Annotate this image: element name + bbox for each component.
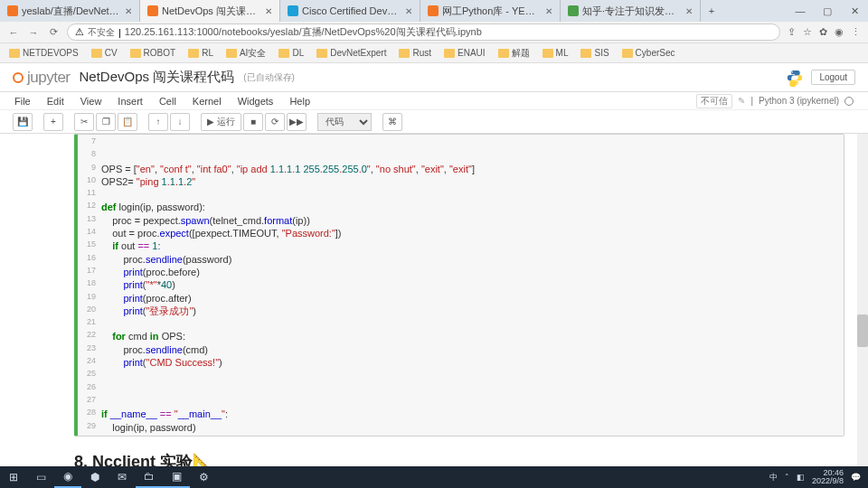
teams-task[interactable]: ⬢	[81, 466, 108, 488]
code-input[interactable]: 7 8 9OPS = ["en", "conf t", "int fa0", "…	[74, 134, 844, 436]
bookmark-item[interactable]: 解题	[498, 47, 530, 60]
bookmark-item[interactable]: SIS	[580, 48, 609, 58]
back-button[interactable]: ←	[7, 27, 20, 38]
logout-button[interactable]: Logout	[811, 70, 855, 85]
menu-kernel[interactable]: Kernel	[193, 96, 222, 107]
browser-tab[interactable]: NetDevOps 闯关课程代码 - Ju✕	[140, 0, 280, 22]
move-up-button[interactable]: ↑	[148, 113, 168, 131]
scroll-thumb[interactable]	[857, 314, 868, 347]
browser-tab[interactable]: 网工Python库 - YESLAB超级实✕	[420, 0, 561, 22]
menu-edit[interactable]: Edit	[47, 96, 64, 107]
notebook-name[interactable]: NetDevOps 闯关课程代码	[80, 69, 235, 86]
close-tab-icon[interactable]: ✕	[125, 6, 132, 16]
security-label: 不安全	[88, 26, 115, 39]
cut-button[interactable]: ✂	[74, 113, 94, 131]
chrome-task[interactable]: ◉	[54, 466, 81, 488]
notebook-area[interactable]: 7 8 9OPS = ["en", "conf t", "int fa0", "…	[0, 134, 857, 466]
task-view-button[interactable]: ▭	[27, 466, 54, 488]
folder-icon	[226, 49, 237, 58]
folder-icon	[498, 49, 509, 58]
jupyter-logo[interactable]: jupyter	[13, 69, 71, 87]
address-field[interactable]: ⚠ 不安全 | 120.25.161.113:1000/notebooks/ye…	[67, 23, 780, 41]
browser-tab[interactable]: yeslab/直播/DevNetPro_3day✕	[0, 0, 140, 22]
explorer-task[interactable]: 🗀	[136, 466, 163, 488]
url-text: 120.25.161.113:1000/notebooks/yeslab/直播/…	[125, 25, 772, 39]
tray-lang-icon[interactable]: 中	[769, 472, 778, 483]
folder-icon	[9, 49, 20, 58]
forward-button[interactable]: →	[27, 27, 40, 38]
extension-icon[interactable]: ✿	[819, 26, 827, 38]
bookmark-item[interactable]: AI安全	[226, 47, 266, 60]
folder-icon	[444, 49, 455, 58]
bookmark-item[interactable]: ENAUI	[444, 48, 486, 58]
code-cell[interactable]: 7 8 9OPS = ["en", "conf t", "int fa0", "…	[13, 134, 844, 436]
bookmark-item[interactable]: NETDEVOPS	[9, 48, 79, 58]
close-tab-icon[interactable]: ✕	[545, 6, 552, 16]
bookmark-item[interactable]: CyberSec	[622, 48, 675, 58]
close-tab-icon[interactable]: ✕	[685, 6, 693, 16]
menu-insert[interactable]: Insert	[118, 96, 143, 107]
bookmark-item[interactable]: Rust	[399, 48, 431, 58]
menu-bar: FileEditViewInsertCellKernelWidgetsHelp …	[0, 92, 868, 110]
tab-title: yeslab/直播/DevNetPro_3day	[22, 5, 121, 18]
bookmark-item[interactable]: ROBOT	[130, 48, 176, 58]
bookmark-item[interactable]: ML	[542, 48, 569, 58]
share-icon[interactable]: ⇪	[788, 26, 796, 38]
minimize-button[interactable]: —	[787, 0, 814, 22]
save-button[interactable]: 💾	[13, 113, 33, 131]
browser-tab[interactable]: Cisco Certified DevNet Expert✕	[280, 0, 420, 22]
kebab-menu-icon[interactable]: ⋮	[851, 26, 861, 38]
toolbar: 💾 + ✂ ❐ 📋 ↑ ↓ ▶ 运行 ■ ⟳ ▶▶ 代码 ⌘	[0, 110, 868, 134]
close-tab-icon[interactable]: ✕	[265, 6, 272, 16]
restart-button[interactable]: ⟳	[265, 113, 285, 131]
tray-chevron-icon[interactable]: ˄	[785, 473, 789, 482]
bookmark-item[interactable]: RL	[188, 48, 213, 58]
paste-button[interactable]: 📋	[118, 113, 137, 131]
profile-icon[interactable]: ◉	[835, 26, 844, 38]
menu-widgets[interactable]: Widgets	[238, 96, 274, 107]
bookmark-item[interactable]: CV	[91, 48, 118, 58]
terminal-task[interactable]: ▣	[163, 466, 190, 488]
bookmark-item[interactable]: DL	[278, 48, 304, 58]
move-down-button[interactable]: ↓	[170, 113, 190, 131]
star-icon[interactable]: ☆	[803, 26, 812, 38]
browser-tab[interactable]: 知乎·专注于知识发现与内容付出✕	[561, 0, 701, 22]
jupyter-header: jupyter NetDevOps 闯关课程代码 (已自动保存) Logout	[0, 63, 868, 92]
menu-cell[interactable]: Cell	[159, 96, 176, 107]
copy-button[interactable]: ❐	[96, 113, 116, 131]
new-tab-button[interactable]: +	[701, 0, 722, 22]
system-tray[interactable]: 中 ˄ ◧ 20:462022/9/8 💬	[769, 469, 868, 485]
notification-icon[interactable]: 💬	[851, 473, 861, 482]
trusted-indicator[interactable]: 不可信	[696, 94, 732, 108]
start-button[interactable]: ⊞	[0, 466, 27, 488]
folder-icon	[130, 49, 141, 58]
add-cell-button[interactable]: +	[43, 113, 63, 131]
menu-view[interactable]: View	[80, 96, 102, 107]
command-palette-button[interactable]: ⌘	[382, 113, 402, 131]
maximize-button[interactable]: ▢	[814, 0, 841, 22]
bookmark-item[interactable]: DevNetExpert	[316, 48, 386, 58]
close-tab-icon[interactable]: ✕	[405, 6, 412, 16]
address-bar-row: ← → ⟳ ⚠ 不安全 | 120.25.161.113:1000/notebo…	[0, 22, 868, 43]
menu-help[interactable]: Help	[289, 96, 310, 107]
favicon	[568, 5, 579, 16]
favicon	[428, 5, 439, 16]
reload-button[interactable]: ⟳	[47, 26, 60, 38]
run-button[interactable]: ▶ 运行	[201, 113, 241, 131]
folder-icon	[91, 49, 102, 58]
markdown-cell[interactable]: 8. Ncclient 实验📐 Cisco IOS XR 的 XML说明文档 8…	[74, 446, 844, 466]
clock[interactable]: 20:462022/9/8	[812, 469, 844, 485]
tray-network-icon[interactable]: ◧	[797, 473, 805, 482]
interrupt-button[interactable]: ■	[243, 113, 263, 131]
folder-icon	[399, 49, 410, 58]
kernel-name[interactable]: Python 3 (ipykernel)	[759, 96, 839, 106]
scrollbar[interactable]	[857, 134, 868, 466]
run-all-button[interactable]: ▶▶	[287, 113, 307, 131]
mail-task[interactable]: ✉	[108, 466, 136, 488]
cell-type-select[interactable]: 代码	[317, 113, 372, 131]
edit-icon[interactable]: ✎	[738, 96, 745, 106]
settings-task[interactable]: ⚙	[190, 466, 217, 488]
favicon	[147, 5, 158, 16]
menu-file[interactable]: File	[14, 96, 31, 107]
close-window-button[interactable]: ✕	[841, 0, 868, 22]
